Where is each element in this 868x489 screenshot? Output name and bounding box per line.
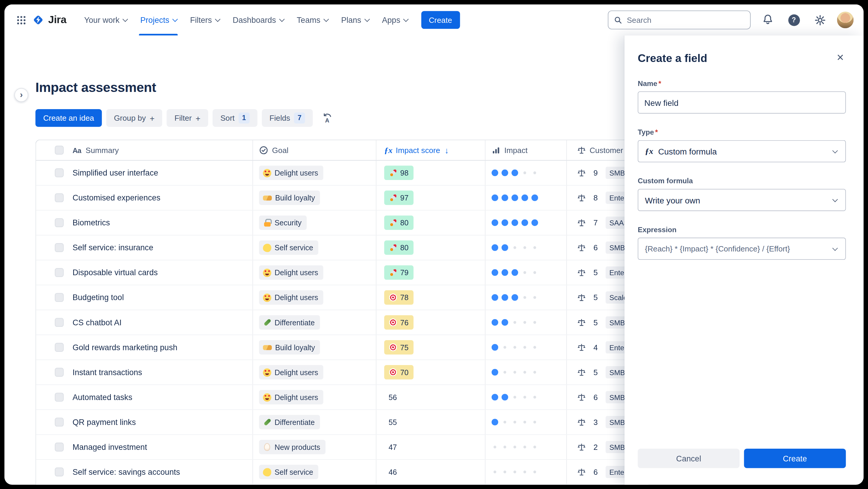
select-all-checkbox[interactable] (55, 146, 64, 154)
idea-summary[interactable]: Disposable virtual cards (72, 268, 158, 277)
filter-button[interactable]: Filter + (167, 109, 208, 127)
impact-score-badge[interactable]: 78 (384, 290, 413, 305)
impact-dot-empty[interactable] (514, 321, 516, 323)
impact-dot-empty[interactable] (523, 446, 526, 449)
impact-dot-empty[interactable] (533, 171, 536, 174)
impact-dot-empty[interactable] (514, 470, 516, 473)
impact-dot-empty[interactable] (533, 296, 536, 298)
row-checkbox[interactable] (55, 243, 64, 252)
sort-order-button[interactable]: A (317, 109, 337, 127)
search-input[interactable] (627, 16, 744, 24)
impact-dot-empty[interactable] (503, 421, 506, 424)
impact-dot-filled[interactable] (501, 319, 508, 325)
goal-chip[interactable]: Delight users (259, 265, 323, 280)
close-button[interactable]: × (832, 50, 848, 65)
impact-dot-empty[interactable] (533, 271, 536, 274)
impact-rating[interactable] (492, 244, 538, 251)
impact-dot-filled[interactable] (522, 220, 528, 226)
idea-summary[interactable]: CS chatbot AI (72, 318, 122, 327)
goal-chip[interactable]: Delight users (259, 290, 323, 305)
impact-dot-filled[interactable] (512, 170, 518, 176)
create-field-button[interactable]: Create (744, 449, 846, 468)
table-row[interactable]: Biometrics Security 80 7 SAAS (36, 210, 648, 235)
impact-dot-empty[interactable] (533, 446, 536, 449)
nav-item-filters[interactable]: Filters (183, 4, 226, 36)
impact-dot-filled[interactable] (501, 220, 508, 226)
row-checkbox[interactable] (55, 393, 64, 402)
impact-rating[interactable] (492, 319, 538, 325)
help-button[interactable]: ? (785, 11, 803, 29)
idea-summary[interactable]: Managed investment (72, 443, 147, 452)
nav-item-plans[interactable]: Plans (335, 4, 375, 36)
impact-dot-empty[interactable] (514, 346, 516, 349)
notifications-button[interactable] (759, 11, 777, 29)
table-row[interactable]: Gold rewards marketing push Build loyalt… (36, 335, 648, 360)
idea-summary[interactable]: Customised experiences (72, 193, 161, 202)
impact-score-badge[interactable]: 97 (384, 191, 413, 205)
goal-chip[interactable]: New products (259, 440, 325, 454)
app-switcher-button[interactable] (12, 11, 30, 29)
impact-score-column-header[interactable]: ƒx Impact score ↓ (376, 140, 485, 160)
table-row[interactable]: Disposable virtual cards Delight users 7… (36, 260, 648, 285)
row-checkbox[interactable] (55, 343, 64, 352)
expression-select[interactable]: {Reach} * {Impact} * {Confidence} / {Eff… (638, 237, 846, 260)
impact-dot-empty[interactable] (503, 470, 506, 473)
impact-dot-empty[interactable] (533, 246, 536, 249)
impact-rating[interactable] (492, 468, 538, 475)
goal-chip[interactable]: Self service (259, 240, 318, 255)
goal-chip[interactable]: Delight users (259, 166, 323, 180)
impact-dot-filled[interactable] (492, 195, 498, 201)
impact-rating[interactable] (492, 220, 538, 226)
impact-rating[interactable] (492, 344, 538, 350)
idea-summary[interactable]: Automated tasks (72, 393, 132, 402)
impact-score-badge[interactable]: 76 (384, 315, 413, 330)
impact-dot-filled[interactable] (492, 419, 498, 425)
group-by-button[interactable]: Group by + (106, 109, 162, 127)
table-row[interactable]: Instant transactions Delight users 70 5 … (36, 360, 648, 385)
impact-rating[interactable] (492, 369, 538, 375)
impact-rating[interactable] (492, 294, 538, 301)
impact-dot-empty[interactable] (514, 396, 516, 399)
impact-dot-filled[interactable] (492, 319, 498, 325)
type-select[interactable]: ƒx Custom formula (638, 140, 846, 163)
idea-summary[interactable]: QR payment links (72, 418, 136, 426)
search-box[interactable] (608, 10, 751, 29)
impact-dot-filled[interactable] (492, 244, 498, 251)
impact-dot-filled[interactable] (501, 394, 508, 400)
custom-formula-select[interactable]: Write your own (638, 189, 846, 211)
idea-summary[interactable]: Biometrics (72, 218, 110, 227)
impact-dot-empty[interactable] (503, 371, 506, 374)
row-checkbox[interactable] (55, 293, 64, 302)
idea-summary[interactable]: Simplified user interface (72, 168, 158, 177)
impact-dot-empty[interactable] (493, 446, 496, 449)
row-checkbox[interactable] (55, 218, 64, 227)
impact-dot-filled[interactable] (512, 294, 518, 301)
impact-score-badge[interactable]: 98 (384, 166, 413, 180)
table-row[interactable]: Budgeting tool Delight users 78 5 Scale (36, 285, 648, 310)
impact-rating[interactable] (492, 195, 538, 201)
impact-dot-empty[interactable] (523, 246, 526, 249)
summary-column-header[interactable]: Aa Summary (64, 140, 252, 160)
impact-dot-filled[interactable] (512, 269, 518, 276)
table-row[interactable]: Automated tasks Delight users 56 6 SMB (36, 385, 648, 410)
impact-dot-filled[interactable] (492, 369, 498, 375)
impact-score-badge[interactable]: 56 (384, 390, 397, 404)
impact-dot-filled[interactable] (492, 269, 498, 276)
impact-dot-filled[interactable] (501, 195, 508, 201)
impact-rating[interactable] (492, 269, 538, 276)
impact-dot-empty[interactable] (523, 346, 526, 349)
impact-dot-empty[interactable] (523, 396, 526, 399)
expand-sidebar-button[interactable]: › (14, 88, 28, 102)
impact-dot-empty[interactable] (533, 470, 536, 473)
impact-dot-filled[interactable] (531, 195, 538, 201)
impact-dot-empty[interactable] (514, 371, 516, 374)
impact-dot-filled[interactable] (501, 170, 508, 176)
row-checkbox[interactable] (55, 318, 64, 327)
impact-dot-filled[interactable] (501, 294, 508, 301)
row-checkbox[interactable] (55, 443, 64, 452)
impact-dot-empty[interactable] (523, 371, 526, 374)
create-button[interactable]: Create (421, 11, 460, 29)
impact-column-header[interactable]: Impact (485, 140, 566, 160)
nav-item-projects[interactable]: Projects (134, 4, 183, 36)
goal-chip[interactable]: Delight users (259, 390, 323, 404)
